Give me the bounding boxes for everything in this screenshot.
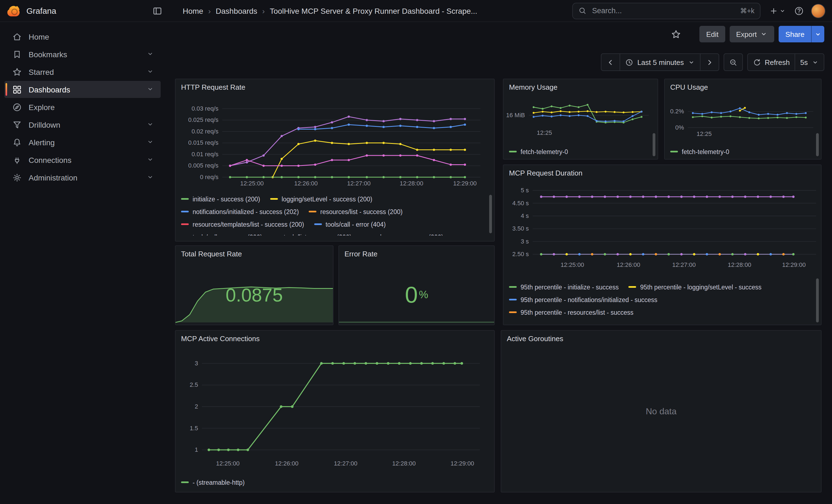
sidebar: HomeBookmarksStarredDashboardsExploreDri… [0,22,165,504]
sidebar-item-label: Home [29,32,49,41]
scrollbar-thumb[interactable] [653,133,655,156]
scrollbar-thumb[interactable] [489,195,492,233]
http-request-rate-chart[interactable]: 0.03 req/s0.025 req/s0.02 req/s0.015 req… [177,96,493,190]
legend-swatch [670,151,678,152]
mcp-active-connections-chart[interactable]: 32.521.5112:25:0012:26:0012:27:0012:28:0… [177,346,493,471]
panel-total-request-rate: Total Request Rate 0.0875 [175,245,334,325]
panel-title[interactable]: Memory Usage [509,83,557,91]
chevron-down-icon[interactable] [146,120,155,129]
legend-item[interactable]: 95th percentile - resources/list - succe… [509,309,633,316]
legend-item[interactable]: 95th percentile - resources/templates/li… [509,322,662,322]
legend-item[interactable]: fetch-telemetry-0 [670,148,729,155]
legend-item[interactable]: resources/list - success (200) [309,208,402,215]
legend-item[interactable]: tools/call - success (200) [181,234,262,236]
svg-text:3: 3 [195,360,198,367]
panel-title[interactable]: MCP Request Duration [509,169,582,177]
breadcrumb-item[interactable]: Dashboards [216,6,257,15]
legend-item[interactable]: 95th percentile - logging/setLevel - suc… [629,284,761,290]
legend-swatch [509,299,517,300]
svg-text:12:29:00: 12:29:00 [453,180,477,187]
compass-icon [12,102,22,112]
svg-text:1: 1 [195,446,198,453]
sidebar-item-bookmarks[interactable]: Bookmarks [4,46,161,63]
panel-http-request-rate: HTTP Request Rate 0.03 req/s0.025 req/s0… [175,79,495,242]
legend-swatch [309,211,316,212]
sidebar-item-label: Drilldown [29,120,60,129]
legend-swatch [181,211,189,212]
legend-item[interactable]: 95th percentile - notifications/initiali… [509,296,657,303]
cpu-usage-chart[interactable]: 0.2%0%12:25 [666,94,820,144]
sidebar-item-starred[interactable]: Starred [4,63,161,80]
sidebar-item-drilldown[interactable]: Drilldown [4,116,161,133]
legend-swatch [181,198,189,200]
legend-item[interactable]: notifications/initialized - success (202… [181,208,299,215]
search-field[interactable] [591,6,736,16]
legend-item[interactable]: initialize - success (200) [181,195,260,202]
svg-text:12:25:00: 12:25:00 [240,180,264,187]
chevron-down-icon [779,7,786,14]
legend-row: initialize - success (200)logging/setLev… [181,192,485,205]
legend-label: 95th percentile - initialize - success [521,284,619,290]
legend-label: tools/list - success (200) [284,234,352,236]
bookmark-icon [12,49,22,59]
legend-label: logging/setLevel - success (200) [282,195,372,202]
legend-item[interactable]: resources/templates/list - success (200) [181,221,304,228]
panel-title[interactable]: HTTP Request Rate [181,83,245,91]
avatar[interactable] [811,4,825,18]
sidebar-item-label: Alerting [29,138,55,147]
breadcrumb-item[interactable]: Home [183,6,203,15]
chevron-down-icon[interactable] [146,68,155,76]
sidebar-item-administration[interactable]: Administration [4,169,161,186]
legend-item[interactable]: unknown - success (200) [362,234,443,236]
svg-text:12:25:00: 12:25:00 [216,460,240,467]
panel-title[interactable]: MCP Active Connections [181,335,260,343]
scrollbar-thumb[interactable] [816,133,819,156]
svg-text:0%: 0% [675,124,684,131]
search-input[interactable]: ⌘+k [572,2,760,19]
active-indicator [5,83,7,96]
chevron-down-icon[interactable] [146,85,155,94]
panel-memory-usage: Memory Usage 16 MiB12:25 fetch-telemetry… [503,79,658,160]
stat-value-wrap: 0.0875 [176,246,333,325]
legend-item[interactable]: tools/call - error (404) [314,221,386,228]
svg-text:0.02 req/s: 0.02 req/s [191,128,218,135]
legend-row: 95th percentile - resources/templates/li… [509,319,812,322]
legend-item[interactable]: - (streamable-http) [181,479,244,485]
sidebar-item-label: Explore [29,103,55,111]
svg-text:12:27:00: 12:27:00 [672,261,696,268]
plus-icon [769,6,778,15]
grafana-logo[interactable] [7,4,21,18]
scrollbar-thumb[interactable] [816,278,819,322]
legend-label: 95th percentile - resources/templates/li… [521,322,662,322]
chevron-down-icon[interactable] [146,173,155,182]
new-button[interactable] [768,5,787,16]
sidebar-toggle-button[interactable] [150,3,165,19]
svg-text:12:29:00: 12:29:00 [451,460,474,467]
panel-title[interactable]: CPU Usage [670,83,708,91]
error-rate-unit: % [419,289,428,300]
sidebar-item-connections[interactable]: Connections [4,151,161,168]
legend-label: initialize - success (200) [192,195,260,202]
legend-item[interactable]: tools/list - success (200) [272,234,352,236]
svg-text:5 s: 5 s [521,187,529,194]
legend-item[interactable]: 95th percentile - initialize - success [509,284,619,290]
legend-swatch [270,198,278,200]
sidebar-item-explore[interactable]: Explore [4,99,161,115]
sidebar-item-dashboards[interactable]: Dashboards [4,81,161,98]
mcp-request-duration-chart[interactable]: 5 s4.50 s4 s3.50 s3 s2.50 s12:25:0012:26… [504,181,820,278]
sidebar-item-alerting[interactable]: Alerting [4,134,161,151]
sidebar-item-home[interactable]: Home [4,28,161,45]
memory-usage-chart[interactable]: 16 MiB12:25 [504,94,656,144]
svg-text:12:26:00: 12:26:00 [617,261,640,268]
legend-item[interactable]: fetch-telemetry-0 [509,148,568,155]
chevron-down-icon[interactable] [146,50,155,59]
chevron-down-icon[interactable] [146,155,155,164]
legend-item[interactable]: logging/setLevel - success (200) [270,195,372,202]
chevron-down-icon[interactable] [146,138,155,147]
help-button[interactable] [791,3,807,19]
legend-swatch [314,223,322,225]
panel-active-goroutines: Active Goroutines No data [501,330,822,493]
svg-text:12:25: 12:25 [697,130,712,137]
grafana-app: Grafana Home›Dashboards›ToolHive MCP Ser… [0,0,832,504]
legend-swatch [181,223,189,225]
